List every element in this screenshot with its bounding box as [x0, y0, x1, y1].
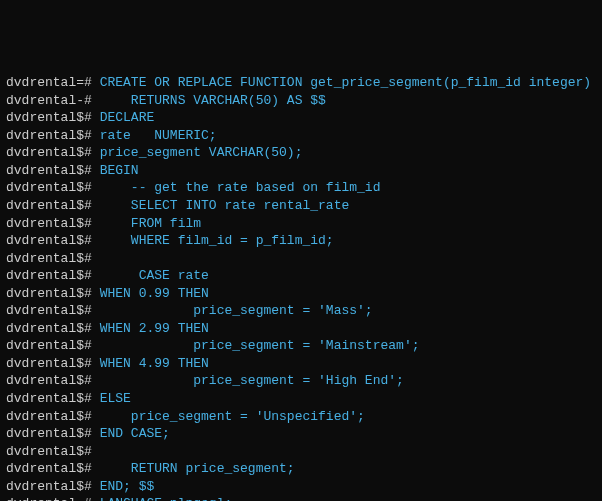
sql-code: -- get the rate based on film_id	[92, 179, 381, 197]
sql-code: END; $$	[92, 478, 154, 496]
terminal-line: dvdrental$# WHEN 0.99 THEN	[6, 285, 596, 303]
sql-code: FROM film	[92, 215, 201, 233]
sql-code: rate NUMERIC;	[92, 127, 217, 145]
sql-code: RETURN price_segment;	[92, 460, 295, 478]
terminal-line: dvdrental$# price_segment = 'Mass';	[6, 302, 596, 320]
sql-code: LANGUAGE plpgsql;	[92, 495, 232, 501]
terminal-line: dvdrental$# DECLARE	[6, 109, 596, 127]
terminal-line: dvdrental=# CREATE OR REPLACE FUNCTION g…	[6, 74, 596, 92]
prompt: dvdrental$#	[6, 267, 92, 285]
prompt: dvdrental$#	[6, 127, 92, 145]
prompt: dvdrental$#	[6, 425, 92, 443]
terminal-line: dvdrental$#	[6, 443, 596, 461]
sql-code: CASE rate	[92, 267, 209, 285]
terminal-line: dvdrental$# WHERE film_id = p_film_id;	[6, 232, 596, 250]
terminal-line: dvdrental$# RETURN price_segment;	[6, 460, 596, 478]
prompt: dvdrental$#	[6, 443, 92, 461]
prompt: dvdrental$#	[6, 460, 92, 478]
sql-code: SELECT INTO rate rental_rate	[92, 197, 349, 215]
terminal-line: dvdrental$# FROM film	[6, 215, 596, 233]
prompt: dvdrental$#	[6, 390, 92, 408]
prompt: dvdrental$#	[6, 302, 92, 320]
terminal-line: dvdrental$# BEGIN	[6, 162, 596, 180]
sql-code: price_segment VARCHAR(50);	[92, 144, 303, 162]
sql-code: WHEN 0.99 THEN	[92, 285, 209, 303]
terminal-line: dvdrental$# WHEN 4.99 THEN	[6, 355, 596, 373]
sql-code: price_segment = 'Unspecified';	[92, 408, 365, 426]
sql-code: price_segment = 'Mainstream';	[92, 337, 420, 355]
prompt: dvdrental=#	[6, 74, 92, 92]
prompt: dvdrental$#	[6, 109, 92, 127]
sql-code: price_segment = 'High End';	[92, 372, 404, 390]
prompt: dvdrental$#	[6, 144, 92, 162]
sql-code: CREATE OR REPLACE FUNCTION get_price_seg…	[92, 74, 591, 92]
terminal-line: dvdrental$# ELSE	[6, 390, 596, 408]
sql-code: RETURNS VARCHAR(50) AS $$	[92, 92, 326, 110]
prompt: dvdrental$#	[6, 232, 92, 250]
terminal-line: dvdrental$# rate NUMERIC;	[6, 127, 596, 145]
prompt: dvdrental$#	[6, 355, 92, 373]
sql-code: ELSE	[92, 390, 131, 408]
prompt: dvdrental$#	[6, 162, 92, 180]
terminal-line: dvdrental$# CASE rate	[6, 267, 596, 285]
prompt: dvdrental$#	[6, 285, 92, 303]
sql-code: DECLARE	[92, 109, 154, 127]
terminal-line: dvdrental$# price_segment = 'Mainstream'…	[6, 337, 596, 355]
sql-code: WHERE film_id = p_film_id;	[92, 232, 334, 250]
prompt: dvdrental$#	[6, 197, 92, 215]
terminal-output[interactable]: dvdrental=# CREATE OR REPLACE FUNCTION g…	[6, 74, 596, 501]
terminal-line: dvdrental$# price_segment VARCHAR(50);	[6, 144, 596, 162]
sql-code: END CASE;	[92, 425, 170, 443]
terminal-line: dvdrental$# price_segment = 'High End';	[6, 372, 596, 390]
terminal-line: dvdrental$# price_segment = 'Unspecified…	[6, 408, 596, 426]
terminal-line: dvdrental$# -- get the rate based on fil…	[6, 179, 596, 197]
prompt: dvdrental$#	[6, 408, 92, 426]
terminal-line: dvdrental$#	[6, 250, 596, 268]
prompt: dvdrental$#	[6, 320, 92, 338]
prompt: dvdrental-#	[6, 495, 92, 501]
prompt: dvdrental$#	[6, 337, 92, 355]
prompt: dvdrental-#	[6, 92, 92, 110]
terminal-line: dvdrental$# END CASE;	[6, 425, 596, 443]
terminal-line: dvdrental$# SELECT INTO rate rental_rate	[6, 197, 596, 215]
terminal-line: dvdrental$# WHEN 2.99 THEN	[6, 320, 596, 338]
terminal-line: dvdrental$# END; $$	[6, 478, 596, 496]
sql-code: WHEN 4.99 THEN	[92, 355, 209, 373]
prompt: dvdrental$#	[6, 250, 92, 268]
sql-code: WHEN 2.99 THEN	[92, 320, 209, 338]
terminal-line: dvdrental-# RETURNS VARCHAR(50) AS $$	[6, 92, 596, 110]
prompt: dvdrental$#	[6, 478, 92, 496]
terminal-line: dvdrental-# LANGUAGE plpgsql;	[6, 495, 596, 501]
prompt: dvdrental$#	[6, 179, 92, 197]
prompt: dvdrental$#	[6, 372, 92, 390]
sql-code: BEGIN	[92, 162, 139, 180]
prompt: dvdrental$#	[6, 215, 92, 233]
sql-code: price_segment = 'Mass';	[92, 302, 373, 320]
